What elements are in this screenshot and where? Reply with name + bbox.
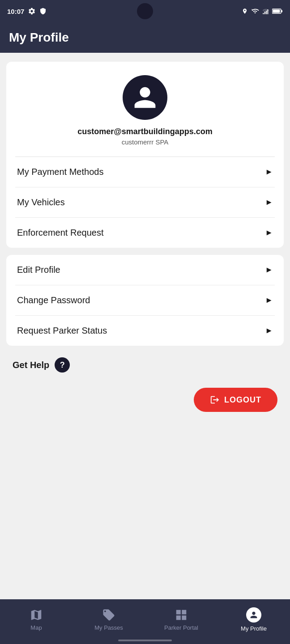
profile-nav-label: My Profile [241,625,267,632]
change-password-item[interactable]: Change Password ► [15,285,275,316]
chevron-right-icon: ► [265,296,273,305]
wifi-icon [251,8,260,15]
status-time: 10:07 [7,8,24,15]
change-password-label: Change Password [17,295,90,305]
shield-icon [39,7,47,15]
vehicles-label: My Vehicles [17,197,65,208]
payment-methods-item[interactable]: My Payment Methods ► [15,157,275,187]
logout-button[interactable]: LOGOUT [194,388,277,412]
edit-profile-item[interactable]: Edit Profile ► [15,255,275,285]
enforcement-request-label: Enforcement Request [17,228,103,238]
svg-rect-5 [273,10,280,13]
svg-rect-6 [281,10,283,13]
request-parker-status-label: Request Parker Status [17,326,107,336]
signal-icon [262,8,269,15]
portal-nav-label: Parker Portal [164,624,198,631]
status-bar: 10:07 [0,0,290,22]
svg-rect-0 [263,13,264,14]
user-display-name: customerrr SPA [122,138,169,146]
get-help-label: Get Help [13,360,49,370]
edit-profile-label: Edit Profile [17,265,60,275]
user-avatar-icon [129,82,161,113]
enforcement-request-item[interactable]: Enforcement Request ► [15,218,275,248]
svg-rect-3 [267,9,268,14]
status-right [242,7,283,15]
get-help-row: Get Help ? [6,353,284,377]
status-left: 10:07 [7,7,47,15]
nav-item-my-passes[interactable]: My Passes [72,608,145,631]
chevron-right-icon: ► [265,265,273,275]
chevron-right-icon: ► [265,198,273,207]
page-header: My Profile [0,22,290,53]
user-email: customer@smartbuildingapps.com [77,127,213,136]
payment-methods-label: My Payment Methods [17,167,103,177]
home-indicator [118,640,172,641]
nav-item-map[interactable]: Map [0,608,72,631]
nav-item-parker-portal[interactable]: Parker Portal [145,608,218,631]
camera-notch [132,0,158,22]
chevron-right-icon: ► [265,326,273,335]
profile-settings-card: Edit Profile ► Change Password ► Request… [6,255,284,346]
avatar [123,75,167,120]
logout-icon [210,395,220,405]
map-nav-icon [30,608,43,622]
svg-rect-2 [266,11,267,14]
map-nav-label: Map [30,624,42,631]
nav-item-my-profile[interactable]: My Profile [218,607,290,632]
profile-card: customer@smartbuildingapps.com customerr… [6,62,284,248]
help-button[interactable]: ? [55,357,70,373]
location-icon [242,7,248,15]
menu-card-1: My Payment Methods ► My Vehicles ► Enfor… [15,157,275,248]
chevron-right-icon: ► [265,167,273,177]
bottom-nav: Map My Passes Parker Portal My Profile [0,599,290,644]
passes-nav-icon [102,608,115,622]
main-content: customer@smartbuildingapps.com customerr… [0,53,290,430]
settings-icon [28,7,36,15]
logout-label: LOGOUT [224,395,261,405]
page-title: My Profile [9,30,69,45]
profile-nav-icon-circle [246,607,261,623]
logout-row: LOGOUT [6,384,284,421]
chevron-right-icon: ► [265,228,273,237]
profile-header: customer@smartbuildingapps.com customerr… [15,75,275,157]
passes-nav-label: My Passes [94,624,123,631]
portal-nav-icon [175,608,188,622]
profile-nav-icon [249,610,259,620]
request-parker-status-item[interactable]: Request Parker Status ► [15,316,275,346]
svg-rect-1 [264,12,265,14]
battery-icon [272,8,283,14]
vehicles-item[interactable]: My Vehicles ► [15,187,275,218]
